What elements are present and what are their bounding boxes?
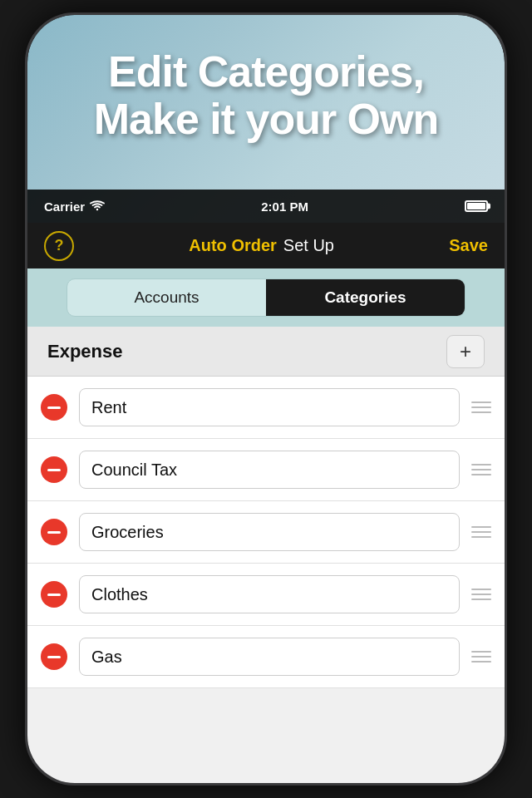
battery-fill (467, 203, 485, 209)
delete-button-5[interactable] (41, 643, 67, 670)
drag-line (471, 526, 491, 528)
drag-line (471, 598, 491, 600)
delete-button-1[interactable] (41, 394, 67, 421)
item-label-box: Council Tax (79, 451, 460, 489)
drag-line (471, 651, 491, 653)
delete-icon (47, 531, 61, 534)
status-bar: Carrier 2:01 PM (27, 190, 505, 223)
delete-button-4[interactable] (41, 581, 67, 608)
drag-line (471, 531, 491, 533)
headline-line2: Make it your Own (52, 96, 480, 143)
nav-title-normal: Set Up (283, 236, 334, 255)
item-label: Clothes (91, 585, 148, 604)
help-button[interactable]: ? (44, 231, 74, 261)
save-button[interactable]: Save (449, 236, 488, 255)
nav-title: Auto Order Set Up (189, 236, 334, 255)
section-header: Expense + (27, 327, 505, 377)
wifi-icon (90, 200, 105, 212)
drag-line (471, 474, 491, 475)
segmented-control: Accounts Categories (66, 278, 466, 317)
main-content: Expense + Rent Council Tax (27, 327, 505, 783)
expense-list: Rent Council Tax G (27, 377, 505, 688)
status-time: 2:01 PM (261, 200, 308, 214)
item-label-box: Rent (79, 388, 460, 426)
drag-line (471, 401, 491, 403)
item-label-box: Clothes (79, 575, 460, 613)
list-item: Rent (27, 377, 505, 439)
headline-text: Edit Categories, Make it your Own (52, 48, 480, 143)
drag-line (471, 661, 491, 663)
section-title: Expense (47, 341, 123, 362)
list-item: Gas (27, 626, 505, 688)
list-item: Groceries (27, 501, 505, 564)
delete-icon (47, 656, 61, 658)
drag-line (471, 406, 491, 408)
nav-title-highlight: Auto Order (189, 236, 277, 255)
drag-line (471, 536, 491, 538)
drag-line (471, 411, 491, 413)
delete-icon (47, 469, 61, 471)
drag-line (471, 589, 491, 590)
drag-line (471, 464, 491, 466)
carrier-label: Carrier (44, 200, 105, 214)
delete-button-3[interactable] (41, 519, 67, 545)
tab-categories[interactable]: Categories (266, 279, 465, 316)
drag-handle[interactable] (471, 401, 491, 413)
drag-line (471, 469, 491, 470)
delete-icon (47, 594, 61, 596)
drag-line (471, 594, 491, 595)
item-label: Gas (91, 648, 122, 667)
delete-icon (47, 406, 61, 409)
segmented-area: Accounts Categories (27, 268, 505, 327)
item-label-box: Groceries (79, 513, 460, 551)
headline-line1: Edit Categories, (52, 48, 480, 96)
battery-indicator (465, 200, 488, 212)
drag-line (471, 656, 491, 658)
drag-handle[interactable] (471, 464, 491, 475)
list-item: Clothes (27, 564, 505, 626)
item-label: Rent (91, 398, 126, 417)
drag-handle[interactable] (471, 651, 491, 663)
list-item: Council Tax (27, 439, 505, 501)
phone-frame: Edit Categories, Make it your Own Carrie… (25, 12, 507, 786)
battery-icon (465, 200, 488, 212)
add-item-button[interactable]: + (446, 335, 485, 368)
delete-button-2[interactable] (41, 456, 67, 483)
tab-accounts[interactable]: Accounts (67, 279, 266, 316)
drag-handle[interactable] (471, 526, 491, 538)
item-label: Council Tax (91, 461, 177, 480)
drag-handle[interactable] (471, 589, 491, 600)
item-label-box: Gas (79, 638, 460, 676)
headline-area: Edit Categories, Make it your Own (27, 48, 505, 143)
item-label: Groceries (91, 523, 164, 542)
nav-bar: ? Auto Order Set Up Save (27, 223, 505, 268)
